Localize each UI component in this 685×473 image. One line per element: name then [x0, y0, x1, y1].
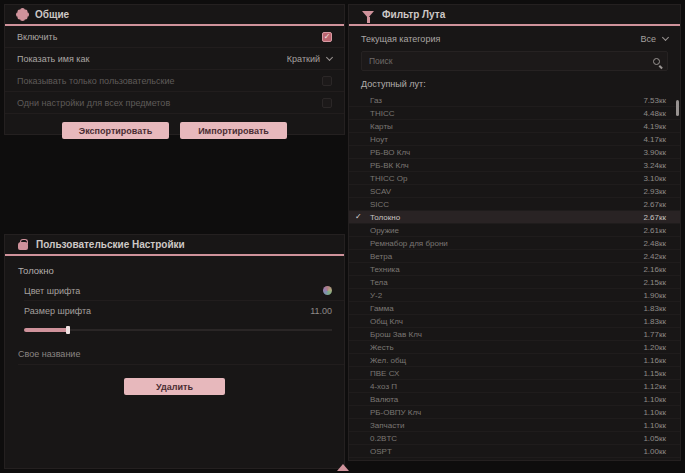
category-value: Все	[640, 34, 656, 44]
general-settings-panel: Общие Включить ✓ Показать имя как Кратки…	[4, 4, 345, 135]
loot-item-value: 4.19кк	[643, 122, 666, 131]
loot-item-value: 1.00кк	[643, 447, 666, 456]
loot-list-item[interactable]: ✓Тела2.15кк	[349, 276, 680, 289]
user-panel-header: Пользовательские Настройки	[5, 235, 344, 256]
font-color-label: Цвет шрифта	[24, 286, 80, 296]
chevron-down-icon	[662, 33, 669, 40]
user-settings-panel: Пользовательские Настройки Толокно Цвет …	[4, 234, 345, 469]
loot-item-name: Карты	[370, 122, 393, 131]
slider-thumb[interactable]	[66, 326, 70, 334]
loot-list-item[interactable]: ✓Карты4.19кк	[349, 120, 680, 133]
same-settings-label: Одни настройки для всех предметов	[17, 98, 170, 108]
loot-item-value: 2.48кк	[643, 239, 666, 248]
loot-item-value: 1.16кк	[643, 356, 666, 365]
loot-item-name: Техника	[370, 265, 400, 274]
custom-name-input[interactable]: Свое название	[18, 343, 344, 365]
loot-list-item[interactable]: ✓THICC4.48кк	[349, 107, 680, 120]
font-size-slider[interactable]	[24, 326, 332, 334]
filter-panel-title: Фильтр Лута	[382, 9, 445, 20]
check-icon: ✓	[355, 212, 362, 221]
loot-item-value: 3.24кк	[643, 161, 666, 170]
loot-list-item[interactable]: ✓0.2BTC1.05кк	[349, 432, 680, 445]
loot-item-value: 2.61кк	[643, 226, 666, 235]
loot-list-item[interactable]: ✓Ноут4.17кк	[349, 133, 680, 146]
loot-list-item[interactable]: ✓ПВЕ СХ1.15кк	[349, 367, 680, 380]
loot-item-name: Ноут	[370, 135, 388, 144]
list-scrollbar[interactable]	[676, 98, 679, 458]
loot-item-name: Брош Зав Клч	[370, 330, 422, 339]
loot-filter-panel: Фильтр Лута Текущая категория Все Поиск …	[348, 4, 681, 461]
loot-list-item[interactable]: ✓Оружие2.61кк	[349, 224, 680, 237]
loot-item-name: РБ-ВО Клч	[370, 148, 410, 157]
show-name-as-row: Показать имя как Краткий	[5, 48, 344, 70]
only-custom-checkbox[interactable]	[322, 76, 332, 86]
backpack-icon	[18, 242, 28, 250]
loot-list-item[interactable]: ✓Запчасти1.10кк	[349, 419, 680, 432]
loot-list-item[interactable]: ✓У-21.90кк	[349, 289, 680, 302]
show-name-as-select[interactable]: Краткий	[287, 54, 332, 64]
loot-item-value: 1.05кк	[643, 434, 666, 443]
filter-panel-header: Фильтр Лута	[349, 5, 680, 26]
loot-list-item[interactable]: ✓Брош Зав Клч1.77кк	[349, 328, 680, 341]
general-panel-header: Общие	[5, 5, 344, 26]
loot-item-name: Жесть	[370, 343, 394, 352]
font-color-row: Цвет шрифта	[24, 281, 344, 301]
loot-item-name: РБ-ОВПУ Клч	[370, 408, 421, 417]
loot-item-name: Ремнабор для брони	[370, 239, 448, 248]
loot-list-item[interactable]: ✓РБ-ОВПУ Клч1.10кк	[349, 406, 680, 419]
loot-item-value: 1.12кк	[643, 382, 666, 391]
loot-list-item[interactable]: ✓THICC Ор3.10кк	[349, 172, 680, 185]
color-wheel-icon[interactable]	[323, 286, 332, 295]
collapse-arrow-icon[interactable]	[337, 464, 349, 471]
enable-label: Включить	[17, 32, 57, 42]
loot-item-name: РБ-ВК Клч	[370, 161, 409, 170]
enable-checkbox[interactable]: ✓	[322, 32, 332, 42]
loot-list-item[interactable]: ✓Валюта1.10кк	[349, 393, 680, 406]
loot-list-item[interactable]: ✓РБ-ВО Клч3.90кк	[349, 146, 680, 159]
same-settings-checkbox[interactable]	[322, 98, 332, 108]
loot-list-item[interactable]: ✓Ветра2.42кк	[349, 250, 680, 263]
loot-item-value: 2.42кк	[643, 252, 666, 261]
import-button[interactable]: Импортировать	[180, 122, 287, 139]
search-placeholder: Поиск	[369, 56, 393, 66]
loot-list-item[interactable]: ✓SCAV2.93кк	[349, 185, 680, 198]
font-size-value: 11.00	[310, 306, 332, 316]
slider-track	[24, 329, 332, 331]
loot-item-value: 1.10кк	[643, 408, 666, 417]
export-button[interactable]: Экспортировать	[62, 122, 169, 139]
delete-button[interactable]: Удалить	[124, 378, 225, 395]
search-input[interactable]: Поиск	[361, 51, 668, 71]
loot-item-value: 1.10кк	[643, 421, 666, 430]
loot-list-item[interactable]: ✓OSPT1.00кк	[349, 445, 680, 458]
slider-fill	[24, 328, 68, 332]
loot-item-value: 7.53кк	[643, 96, 666, 105]
user-panel-title: Пользовательские Настройки	[36, 239, 185, 250]
loot-list-item[interactable]: ✓РБ-ВК Клч3.24кк	[349, 159, 680, 172]
loot-list-item[interactable]: ✓SICC2.67кк	[349, 198, 680, 211]
enable-row: Включить ✓	[5, 26, 344, 48]
loot-item-value: 2.16кк	[643, 265, 666, 274]
loot-list-item[interactable]: ✓Гамма1.83кк	[349, 302, 680, 315]
export-import-row: Экспортировать Импортировать	[5, 114, 344, 139]
loot-list-item[interactable]: ✓Толокно2.67кк	[349, 211, 680, 224]
selected-item-name: Толокно	[5, 256, 344, 281]
scrollbar-thumb[interactable]	[676, 100, 679, 116]
loot-list-item[interactable]: ✓Общ Клч1.83кк	[349, 315, 680, 328]
loot-item-name: Ветра	[370, 252, 392, 261]
loot-item-name: ПВЕ СХ	[370, 369, 399, 378]
loot-list-item[interactable]: ✓4-хоз П1.12кк	[349, 380, 680, 393]
loot-item-value: 1.83кк	[643, 304, 666, 313]
loot-item-value: 3.90кк	[643, 148, 666, 157]
funnel-icon	[362, 11, 374, 18]
loot-list-item[interactable]: ✓Жесть1.20кк	[349, 341, 680, 354]
loot-list-item[interactable]: ✓Жел. общ1.16кк	[349, 354, 680, 367]
loot-item-name: Жел. общ	[370, 356, 406, 365]
loot-list-item[interactable]: ✓Техника2.16кк	[349, 263, 680, 276]
loot-item-name: 4-хоз П	[370, 382, 397, 391]
same-settings-row: Одни настройки для всех предметов	[5, 92, 344, 114]
category-select[interactable]: Все	[640, 34, 668, 44]
only-custom-label: Показывать только пользовательские	[17, 76, 175, 86]
loot-item-value: 1.90кк	[643, 291, 666, 300]
loot-list-item[interactable]: ✓Газ7.53кк	[349, 94, 680, 107]
loot-list-item[interactable]: ✓Ремнабор для брони2.48кк	[349, 237, 680, 250]
